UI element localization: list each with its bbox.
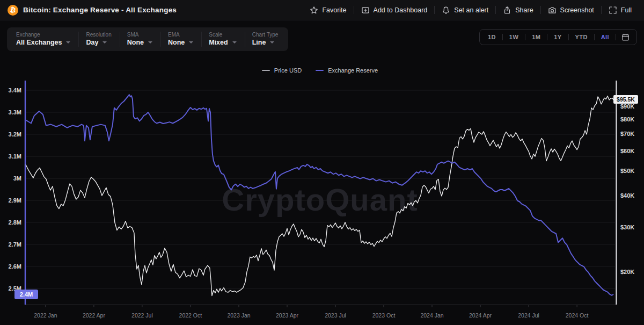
x-axis-tick-label: 2022 Jan: [34, 312, 57, 319]
chart-type-dropdown-label: Chart Type: [252, 32, 279, 38]
chart-legend: Price USD Exchange Reserve: [25, 67, 615, 74]
x-axis-tick-label: 2022 Oct: [179, 312, 202, 319]
exchange-reserve-legend-marker: [316, 70, 324, 71]
star-icon: [310, 6, 318, 15]
reserve-last-value-badge: 2.4M: [14, 290, 38, 299]
share-label: Share: [515, 6, 533, 14]
left-axis-tick-label: 2.6M: [9, 263, 21, 270]
exchange-dropdown-value: All Exchanges: [16, 39, 62, 46]
left-axis-tick-label: 2.7M: [9, 241, 21, 248]
x-axis-tick-label: 2022 Apr: [83, 312, 106, 319]
resolution-dropdown-value: Day: [86, 39, 98, 46]
x-axis-tick-label: 2024 Apr: [469, 312, 492, 319]
left-axis-tick-label: 3.1M: [9, 153, 21, 160]
fullscreen-label: Full: [621, 6, 632, 14]
bitcoin-icon: ₿: [8, 5, 18, 16]
timeframe-1m[interactable]: 1M: [525, 30, 547, 45]
share-button[interactable]: Share: [496, 0, 540, 20]
legend-item-price-usd[interactable]: Price USD: [262, 67, 302, 74]
left-axis-tick-label: 3.2M: [9, 131, 21, 138]
price-usd-legend-label: Price USD: [274, 67, 302, 74]
right-axis-tick-label: $40K: [620, 192, 634, 199]
x-axis-tick-label: 2023 Jan: [227, 312, 250, 319]
chevron-down-icon: [103, 41, 107, 44]
add-to-dashboard-label: Add to Dashboard: [374, 6, 428, 14]
x-axis-tick-label: 2022 Jul: [131, 312, 153, 319]
right-axis-tick-label: $90K: [620, 103, 634, 110]
x-axis-tick-label: 2024 Jul: [518, 312, 539, 319]
legend-item-exchange-reserve[interactable]: Exchange Reserve: [316, 67, 378, 74]
favorite-button[interactable]: Favorite: [303, 0, 353, 20]
x-axis-tick-label: 2023 Oct: [372, 312, 396, 319]
fullscreen-button[interactable]: Full: [602, 0, 639, 20]
calendar-icon: [621, 33, 630, 41]
x-axis-tick-label: 2024 Oct: [566, 312, 589, 319]
chart-plot-area[interactable]: [25, 81, 615, 305]
right-axis-tick-label: $50K: [620, 168, 634, 174]
timeframe-1d[interactable]: 1D: [481, 30, 502, 45]
chevron-down-icon: [148, 41, 152, 44]
sma-dropdown-value: None: [127, 39, 144, 46]
sma-dropdown[interactable]: SMA None: [120, 30, 160, 48]
share-icon: [503, 6, 511, 15]
scale-dropdown[interactable]: Scale Mixed: [202, 30, 244, 48]
x-axis-tick-label: 2023 Jul: [325, 312, 346, 319]
left-axis-tick-label: 2.8M: [9, 219, 21, 226]
favorite-label: Favorite: [322, 6, 346, 14]
dashboard-add-icon: [361, 6, 370, 15]
right-axis-tick-label: $80K: [620, 116, 634, 122]
chevron-down-icon: [232, 41, 237, 44]
add-to-dashboard-button[interactable]: Add to Dashboard: [354, 0, 435, 20]
cryptoquant-chart-page: CryptoQuant2022 Jan2022 Apr2022 Jul2022 …: [0, 0, 644, 325]
timeframe-1w[interactable]: 1W: [503, 30, 525, 45]
scale-dropdown-value: Mixed: [209, 39, 228, 46]
chart-title-group: ₿ Bitcoin: Exchange Reserve - All Exchan…: [8, 5, 177, 16]
timeframe-ytd[interactable]: YTD: [569, 30, 594, 45]
timeframe-selector: 1D 1W 1M 1Y YTD All: [479, 29, 637, 45]
header: ₿ Bitcoin: Exchange Reserve - All Exchan…: [0, 0, 644, 20]
exchange-dropdown-label: Exchange: [16, 32, 70, 38]
price-last-value-badge: $95.5K: [613, 95, 638, 104]
ema-dropdown[interactable]: EMA None: [161, 30, 201, 48]
chevron-down-icon: [189, 41, 193, 44]
scale-dropdown-label: Scale: [209, 32, 236, 38]
screenshot-button[interactable]: Screenshot: [541, 0, 601, 20]
header-actions: Favorite Add to Dashboard Set an alert S…: [303, 0, 639, 20]
chevron-down-icon: [270, 41, 274, 44]
right-axis-tick-label: $20K: [620, 269, 634, 275]
sma-dropdown-label: SMA: [127, 32, 152, 38]
set-an-alert-label: Set an alert: [454, 6, 488, 14]
left-axis-tick-label: 3.3M: [9, 109, 21, 115]
x-axis-tick-label: 2024 Jan: [420, 312, 443, 319]
right-axis-tick-label: $70K: [620, 131, 634, 137]
bell-icon: [442, 6, 450, 15]
exchange-dropdown[interactable]: Exchange All Exchanges: [9, 30, 78, 48]
chevron-down-icon: [66, 41, 70, 44]
left-axis-tick-label: 3M: [13, 175, 21, 182]
screenshot-label: Screenshot: [560, 6, 594, 14]
resolution-dropdown-label: Resolution: [86, 32, 111, 38]
ema-dropdown-label: EMA: [168, 32, 193, 38]
right-axis-tick-label: $60K: [620, 148, 634, 154]
timeframe-all[interactable]: All: [595, 30, 616, 45]
toolbar-row: Exchange All Exchanges Resolution Day SM…: [7, 27, 637, 51]
ema-dropdown-value: None: [168, 39, 185, 46]
resolution-dropdown[interactable]: Resolution Day: [79, 30, 119, 48]
left-axis-tick-label: 2.9M: [9, 197, 21, 204]
left-axis-tick-label: 3.4M: [9, 87, 21, 93]
fullscreen-icon: [609, 6, 617, 15]
chart-settings-toolbar: Exchange All Exchanges Resolution Day SM…: [7, 27, 288, 51]
page-title: Bitcoin: Exchange Reserve - All Exchange…: [23, 6, 177, 14]
right-axis-tick-label: $30K: [620, 224, 634, 230]
exchange-reserve-legend-label: Exchange Reserve: [328, 67, 378, 74]
set-an-alert-button[interactable]: Set an alert: [435, 0, 495, 20]
calendar-button[interactable]: [616, 30, 635, 45]
chart-type-dropdown-value: Line: [252, 39, 266, 46]
timeframe-1y[interactable]: 1Y: [547, 30, 568, 45]
camera-icon: [548, 6, 557, 15]
price-usd-legend-marker: [262, 70, 270, 71]
x-axis-tick-label: 2023 Apr: [276, 312, 299, 319]
chart-type-dropdown[interactable]: Chart Type Line: [245, 30, 287, 48]
